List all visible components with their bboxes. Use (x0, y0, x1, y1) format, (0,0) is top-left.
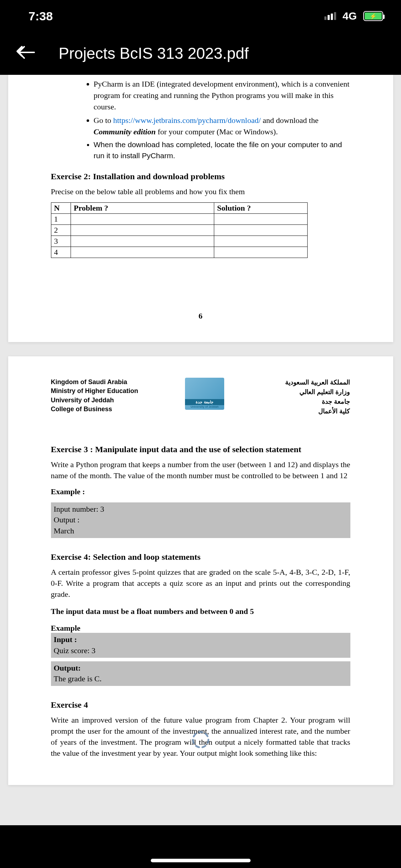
pdf-page-7: Kingdom of Saudi Arabia Ministry of High… (8, 356, 393, 785)
charging-icon: ⚡ (370, 13, 377, 20)
instructions-list: PyCharm is an IDE (integrated developmen… (51, 78, 350, 161)
table-cell (71, 236, 214, 247)
exercise-2-text: Precise on the below table all problems … (51, 186, 350, 197)
table-cell: 2 (51, 225, 71, 236)
example-label: Example : (51, 486, 350, 497)
table-cell: 3 (51, 236, 71, 247)
table-cell (214, 247, 307, 258)
page-number: 6 (51, 311, 350, 321)
document-title: Projects BcIS 313 2023.pdf (58, 45, 248, 62)
example-4-output-box: Output: The grade is C. (51, 661, 350, 686)
exercise-4-bold: The input data must be a float numbers a… (51, 606, 350, 617)
example-label-4: Example (51, 624, 350, 633)
status-time: 7:38 (29, 9, 53, 23)
example-3-box: Input number: 3 Output : March (51, 502, 350, 538)
university-logo: جامعة جدة University of Jeddah (185, 378, 224, 410)
exercise-2-heading: Exercise 2: Installation and download pr… (51, 172, 350, 181)
letterhead-right: المملكة العربية السعودية وزارة التعليم ا… (285, 378, 350, 416)
exercise-4b-heading: Exercise 4 (51, 700, 350, 710)
home-indicator[interactable] (151, 859, 251, 862)
table-cell: 4 (51, 247, 71, 258)
letterhead-left: Kingdom of Saudi Arabia Ministry of High… (51, 378, 138, 414)
list-item: PyCharm is an IDE (integrated developmen… (94, 78, 350, 113)
table-header-solution: Solution ? (214, 203, 307, 214)
exercise-3-text: Write a Python program that keeps a numb… (51, 459, 350, 481)
status-bar: 7:38 4G ⚡ (0, 0, 401, 32)
problems-table: N Problem ? Solution ? 1 2 3 4 (51, 202, 308, 258)
document-viewer[interactable]: PyCharm is an IDE (integrated developmen… (0, 75, 401, 825)
status-indicators: 4G ⚡ (324, 10, 383, 22)
download-link: https://www.jetbrains.com/pycharm/downlo… (113, 116, 261, 125)
list-item: Go to https://www.jetbrains.com/pycharm/… (94, 115, 350, 138)
table-cell (214, 225, 307, 236)
exercise-4-heading: Exercise 4: Selection and loop statement… (51, 552, 350, 562)
table-cell: 1 (51, 214, 71, 225)
exercise-3-heading: Exercise 3 : Manipulate input data and t… (51, 445, 350, 454)
loading-spinner-icon (190, 729, 211, 750)
svg-point-2 (193, 732, 208, 747)
exercise-4-text: A certain professor gives 5-point quizze… (51, 567, 350, 600)
table-cell (71, 214, 214, 225)
table-header-n: N (51, 203, 71, 214)
back-button[interactable] (11, 42, 37, 64)
table-cell (71, 225, 214, 236)
pdf-page-6: PyCharm is an IDE (integrated developmen… (8, 75, 393, 342)
table-cell (71, 247, 214, 258)
app-header: Projects BcIS 313 2023.pdf (0, 32, 401, 75)
letterhead: Kingdom of Saudi Arabia Ministry of High… (51, 378, 350, 416)
table-header-problem: Problem ? (71, 203, 214, 214)
signal-icon (324, 12, 336, 20)
example-4-input-box: Input : Quiz score: 3 (51, 633, 350, 658)
list-item: When the download has completed, locate … (94, 139, 350, 161)
battery-icon: ⚡ (363, 11, 383, 21)
home-indicator-area (0, 825, 401, 868)
table-cell (214, 236, 307, 247)
network-label: 4G (343, 10, 357, 22)
table-cell (214, 214, 307, 225)
